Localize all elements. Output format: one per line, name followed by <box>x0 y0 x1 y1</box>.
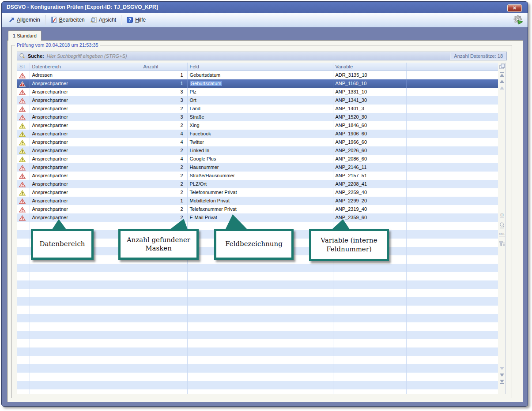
empty-row <box>17 280 498 289</box>
menu-bearbeiten[interactable]: Bearbeiten <box>48 15 87 25</box>
table-row[interactable]: Ansprechpartner 1 Geburtsdatum ANP_1160_… <box>17 79 498 88</box>
tab-standard[interactable]: 1 Standard <box>8 30 42 41</box>
warning-triangle-icon <box>19 123 26 129</box>
scroll-down-alt-icon[interactable] <box>499 367 505 370</box>
status-cell <box>17 121 30 130</box>
table-row[interactable]: Ansprechpartner 3 Plz ANP_1331_10 <box>17 88 498 96</box>
table-row[interactable]: Ansprechpartner 4 Facebook ANP_1906_60 <box>17 130 498 138</box>
cell-datenbereich: Ansprechpartner <box>30 121 141 130</box>
table-row[interactable]: Ansprechpartner 2 Hausnummer ANP_2146_11 <box>17 163 498 172</box>
menu-ansicht[interactable]: Ansicht <box>87 15 119 25</box>
warning-triangle-icon <box>19 140 26 146</box>
warning-triangle-icon <box>19 115 26 120</box>
warning-triangle-icon <box>19 215 26 221</box>
xml-icon[interactable]: XML <box>499 232 505 236</box>
table-row[interactable]: Ansprechpartner 2 Straße/Hausnummer ANP_… <box>17 172 498 180</box>
header-feld[interactable]: Feld <box>187 63 333 71</box>
header-datenbereich[interactable]: Datenbereich <box>30 63 141 71</box>
cell-filler <box>406 163 498 172</box>
cell-datenbereich: Ansprechpartner <box>30 105 141 113</box>
table-row[interactable]: Ansprechpartner 2 Linked In ANP_2026_60 <box>17 146 498 155</box>
cell-variable: ANP_2359_60 <box>333 213 406 222</box>
cell-anzahl: 3 <box>141 96 187 105</box>
table-row[interactable]: Ansprechpartner 1 Mobiltelefon Privat AN… <box>17 197 498 205</box>
cell-filler <box>406 113 498 121</box>
gear-run-icon <box>513 15 523 25</box>
cell-feld: Telefaxnummer Privat <box>187 205 333 213</box>
svg-text:?: ? <box>128 17 132 22</box>
header-st[interactable]: ST <box>17 63 30 71</box>
cell-anzahl: 2 <box>141 180 187 188</box>
status-cell <box>17 213 30 222</box>
table-row[interactable]: Ansprechpartner 4 Twitter ANP_1966_60 <box>17 138 498 146</box>
cell-anzahl: 2 <box>141 121 187 130</box>
copy-icon[interactable] <box>499 64 505 69</box>
status-cell <box>17 163 30 172</box>
scroll-down-icon[interactable] <box>499 374 505 377</box>
warning-triangle-icon <box>19 98 26 104</box>
cell-variable: ANP_2146_11 <box>333 163 406 172</box>
scroll-up-icon[interactable] <box>499 80 505 83</box>
cell-feld: Straße <box>187 113 333 121</box>
empty-row <box>17 381 498 389</box>
status-cell <box>17 197 30 205</box>
menu-hilfe[interactable]: ? Hilfe <box>124 15 148 25</box>
empty-row <box>17 322 498 331</box>
search-bar[interactable]: Suche: Hier Suchbegriff eingeben (STRG+S… <box>17 52 507 60</box>
warning-triangle-icon <box>19 207 26 213</box>
search-input[interactable]: Hier Suchbegriff eingeben (STRG+S) <box>47 53 127 59</box>
scroll-up-alt-icon[interactable] <box>499 86 505 90</box>
cell-filler <box>406 188 498 197</box>
status-cell <box>17 130 30 138</box>
empty-row <box>17 373 498 381</box>
cell-filler <box>406 172 498 180</box>
header-variable[interactable]: Variable <box>333 63 406 71</box>
cell-datenbereich: Ansprechpartner <box>30 188 141 197</box>
arrow-up-right-icon <box>8 16 15 23</box>
table-row[interactable]: Ansprechpartner 2 Telefonnummer Privat A… <box>17 188 498 197</box>
title-bar: DSGVO - Konfiguration Prüfen [Export-ID:… <box>2 2 528 13</box>
cell-variable: ANP_1331_10 <box>333 88 406 96</box>
callout-feldbezeichnung: Feldbezeichnung <box>214 229 294 260</box>
cell-variable: ANP_1846_60 <box>333 121 406 130</box>
warning-triangle-icon <box>19 182 26 187</box>
cell-anzahl: 2 <box>141 172 187 180</box>
warning-triangle-icon <box>19 73 26 78</box>
cell-filler <box>406 155 498 163</box>
cell-variable: ANP_2319_40 <box>333 205 406 213</box>
table-row[interactable]: Ansprechpartner 2 Land ANP_1401_3 <box>17 105 498 113</box>
toolbar-separator <box>121 15 121 25</box>
close-button[interactable]: ✕ <box>507 4 522 12</box>
cell-feld: PLZ/Ort <box>187 180 333 188</box>
cell-variable: ANP_2299_20 <box>333 197 406 205</box>
edit-notebook-icon <box>50 16 57 23</box>
filter-icon[interactable] <box>499 241 505 247</box>
table-row[interactable]: Ansprechpartner 2 Xing ANP_1846_60 <box>17 121 498 130</box>
status-cell <box>17 105 30 113</box>
cell-filler <box>406 88 498 96</box>
zoom-icon[interactable] <box>499 222 505 228</box>
scroll-top-icon[interactable] <box>499 72 505 77</box>
scroll-bottom-icon[interactable] <box>499 380 505 384</box>
status-cell <box>17 172 30 180</box>
empty-row <box>17 364 498 373</box>
table-row[interactable]: Ansprechpartner 3 Straße ANP_1520_30 <box>17 113 498 121</box>
status-cell <box>17 113 30 121</box>
cell-datenbereich: Adressen <box>30 71 141 79</box>
run-export-button[interactable] <box>513 15 524 25</box>
table-row[interactable]: Ansprechpartner 2 Telefaxnummer Privat A… <box>17 205 498 213</box>
status-cell <box>17 71 30 79</box>
table-row[interactable]: Adressen 1 Geburtsdatum ADR_3135_10 <box>17 71 498 79</box>
column-width-icon[interactable]: (l) <box>499 213 505 217</box>
table-row[interactable]: Ansprechpartner 2 PLZ/Ort ANP_2208_41 <box>17 180 498 188</box>
table-row[interactable]: Ansprechpartner 2 E-Mail Privat ANP_2359… <box>17 213 498 222</box>
cell-filler <box>406 146 498 155</box>
cell-filler <box>406 180 498 188</box>
table-row[interactable]: Ansprechpartner 4 Google Plus ANP_2086_6… <box>17 155 498 163</box>
cell-variable: ANP_1160_10 <box>333 79 406 88</box>
menu-allgemein[interactable]: Allgemein <box>5 15 43 25</box>
page: DSGVO - Konfiguration Prüfen [Export-ID:… <box>0 0 532 411</box>
header-anzahl[interactable]: Anzahl <box>141 63 187 71</box>
table-row[interactable]: Ansprechpartner 3 Ort ANP_1341_30 <box>17 96 498 105</box>
cell-datenbereich: Ansprechpartner <box>30 213 141 222</box>
